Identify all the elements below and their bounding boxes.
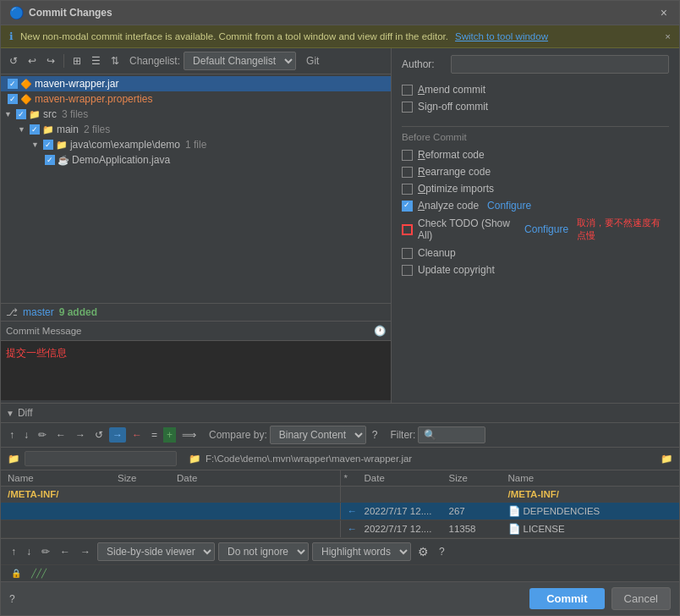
diff-help-button[interactable]: ? xyxy=(369,427,381,443)
diff-title[interactable]: ▼ Diff xyxy=(6,407,33,419)
bottom-forward-button[interactable]: → xyxy=(77,544,94,559)
diff-equals-button[interactable]: = xyxy=(148,427,161,443)
side-by-side-select[interactable]: Side-by-side viewer xyxy=(97,542,215,561)
row-right: ← 2022/7/17 12.... 267 📄 DEPENDENCIES xyxy=(341,503,680,520)
diff-down-button[interactable]: ↓ xyxy=(20,427,32,443)
amend-commit-option[interactable]: Amend commit xyxy=(402,84,669,96)
footer: ? Commit Cancel xyxy=(1,581,679,615)
switch-to-tool-window-link[interactable]: Switch to tool window xyxy=(455,31,548,41)
title-bar-left: 🔵 Commit Changes xyxy=(9,6,112,19)
author-input[interactable] xyxy=(451,55,669,74)
reformat-option[interactable]: Reformat code xyxy=(402,149,669,161)
diff-right-arrow-button[interactable]: → xyxy=(109,427,126,443)
file-name-text: DEPENDENCIES xyxy=(524,506,600,516)
cleanup-option[interactable]: Cleanup xyxy=(402,247,669,259)
file-checkbox[interactable] xyxy=(45,155,55,165)
diff-edit-button[interactable]: ✏ xyxy=(35,427,50,443)
compare-by-select[interactable]: Binary Content xyxy=(270,426,366,444)
check-todo-checkbox[interactable] xyxy=(402,224,413,235)
close-button[interactable]: × xyxy=(657,6,671,19)
bottom-back-button[interactable]: ← xyxy=(57,544,74,559)
commit-message-section: Commit Message 🕐 提交一些信息 xyxy=(1,322,391,403)
row-right: ← 2022/7/17 12.... 11358 📄 LICENSE xyxy=(341,520,680,537)
folder-checkbox[interactable] xyxy=(43,140,53,150)
folder-checkbox[interactable] xyxy=(16,109,26,119)
table-row[interactable]: ← 2022/7/17 12.... 267 📄 DEPENDENCIES xyxy=(1,503,679,520)
changelist-select[interactable]: Default Changelist xyxy=(184,52,296,70)
table-row[interactable]: /META-INF/ /META-INF/ xyxy=(1,487,679,503)
update-copyright-option[interactable]: Update copyright xyxy=(402,264,669,276)
left-size-cell xyxy=(111,487,170,502)
file-checkbox[interactable] xyxy=(8,94,18,104)
diff-section: ▼ Diff ↑ ↓ ✏ ← → ↺ → ← = + ⟹ Compare by:… xyxy=(1,403,679,564)
list-item[interactable]: ▼ 📁 src 3 files xyxy=(1,107,391,122)
left-size-cell xyxy=(111,503,170,520)
files-toolbar: ↺ ↩ ↪ ⊞ ☰ ⇅ Changelist: Default Changeli… xyxy=(1,48,391,74)
refresh-button[interactable]: ↺ xyxy=(6,53,21,69)
right-header: * Date Size Name xyxy=(341,470,680,486)
optimize-imports-option[interactable]: Optimize imports xyxy=(402,183,669,195)
list-item[interactable]: 🔶 maven-wrapper.properties xyxy=(1,91,391,107)
undo-button[interactable]: ↩ xyxy=(25,53,40,69)
cancel-button[interactable]: Cancel xyxy=(611,587,671,610)
settings-button[interactable]: ⚙ xyxy=(414,543,432,560)
commit-message-header: Commit Message 🕐 xyxy=(1,322,391,341)
git-tab[interactable]: Git xyxy=(306,55,319,67)
commit-message-input[interactable]: 提交一些信息 xyxy=(1,341,391,400)
redo-button[interactable]: ↪ xyxy=(43,53,58,69)
update-copyright-checkbox[interactable] xyxy=(402,265,413,276)
graph-visualization: ╱╱╱ xyxy=(26,567,52,580)
filter-input[interactable] xyxy=(418,426,485,443)
folder-checkbox[interactable] xyxy=(30,124,40,135)
diff-up-button[interactable]: ↑ xyxy=(6,427,18,443)
reformat-checkbox[interactable] xyxy=(402,150,413,161)
analyze-checkbox[interactable] xyxy=(402,201,413,212)
bottom-help-button[interactable]: ? xyxy=(436,544,448,559)
left-date-header: Date xyxy=(170,470,255,486)
sign-off-checkbox[interactable] xyxy=(402,102,413,113)
list-item[interactable]: ▼ 📁 java\com\example\demo 1 file xyxy=(1,137,391,152)
bottom-up-button[interactable]: ↑ xyxy=(8,544,19,559)
bottom-down-button[interactable]: ↓ xyxy=(23,544,35,559)
file-name: maven-wrapper.jar xyxy=(35,78,118,90)
list-item[interactable]: ☕ DemoApplication.java xyxy=(1,152,391,168)
list-item[interactable]: 🔶 maven-wrapper.jar xyxy=(1,76,391,91)
optimize-checkbox[interactable] xyxy=(402,184,413,195)
ignore-select[interactable]: Do not ignore xyxy=(218,542,309,561)
cleanup-checkbox[interactable] xyxy=(402,248,413,259)
check-todo-label: Check TODO (Show All) xyxy=(418,217,516,241)
amend-checkbox[interactable] xyxy=(402,85,413,96)
help-button[interactable]: ? xyxy=(9,593,15,605)
rearrange-checkbox[interactable] xyxy=(402,167,413,178)
file-name: DemoApplication.java xyxy=(72,154,170,166)
commit-button[interactable]: Commit xyxy=(529,588,604,609)
highlight-select[interactable]: Highlight words xyxy=(312,542,411,561)
left-path-input[interactable] xyxy=(25,451,177,466)
diff-back-button[interactable]: ← xyxy=(52,427,69,443)
main-content: ↺ ↩ ↪ ⊞ ☰ ⇅ Changelist: Default Changeli… xyxy=(1,48,679,403)
configure-link-2[interactable]: Configure xyxy=(524,223,568,235)
banner-close-button[interactable]: × xyxy=(665,31,671,41)
folder-icon-left: 📁 xyxy=(8,453,19,465)
configure-link-1[interactable]: Configure xyxy=(487,200,531,212)
folder-name: main xyxy=(57,124,79,135)
diff-refresh-button[interactable]: ↺ xyxy=(91,427,107,443)
sort-button[interactable]: ⇅ xyxy=(107,53,123,69)
diff-arrow-right2-button[interactable]: ⟹ xyxy=(178,427,200,443)
properties-file-icon: 🔶 xyxy=(20,94,32,105)
diff-left-arrow-button[interactable]: ← xyxy=(129,427,145,443)
group-button[interactable]: ⊞ xyxy=(69,53,85,69)
left-panel: ↺ ↩ ↪ ⊞ ☰ ⇅ Changelist: Default Changeli… xyxy=(1,48,392,403)
table-row[interactable]: ← 2022/7/17 12.... 11358 📄 LICENSE xyxy=(1,520,679,538)
list-item[interactable]: ▼ 📁 main 2 files xyxy=(1,122,391,137)
sign-off-option[interactable]: Sign-off commit xyxy=(402,101,669,113)
diff-plus-button[interactable]: + xyxy=(163,427,176,443)
arrow-cell: ← xyxy=(341,503,358,520)
bottom-edit-button[interactable]: ✏ xyxy=(38,544,53,559)
file-checkbox[interactable] xyxy=(8,79,18,89)
diff-forward-button[interactable]: → xyxy=(72,427,89,443)
rearrange-option[interactable]: Rearrange code xyxy=(402,166,669,178)
analyze-code-option[interactable]: Analyze code Configure xyxy=(402,200,669,212)
check-todo-option[interactable]: Check TODO (Show All) Configure 取消，要不然速度… xyxy=(402,217,669,242)
list-button[interactable]: ☰ xyxy=(88,53,104,69)
